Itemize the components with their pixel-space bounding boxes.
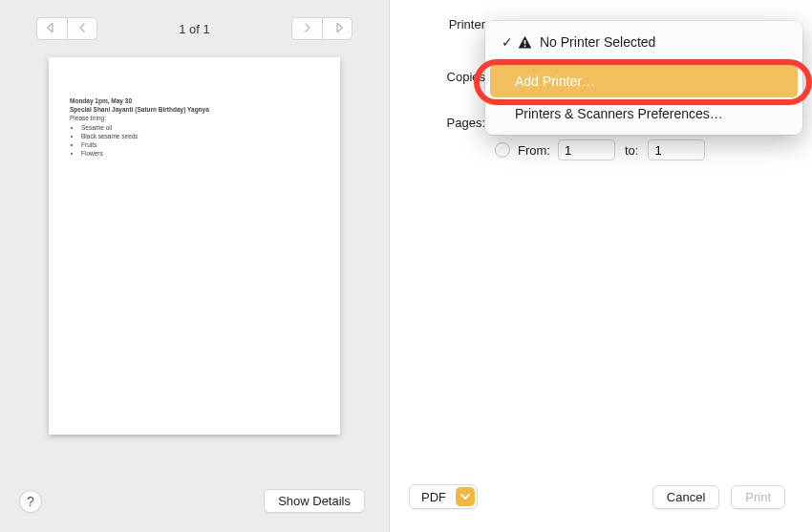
pages-from-label: From:: [518, 143, 550, 158]
pdf-dropdown-button[interactable]: PDF: [409, 484, 478, 509]
first-page-button[interactable]: [36, 17, 67, 40]
right-footer: PDF Cancel Print: [409, 484, 785, 515]
pages-label: Pages:: [409, 116, 485, 130]
doc-line-1: Monday 1pm, May 30: [70, 97, 319, 106]
add-printer-option[interactable]: Add Printer…: [490, 65, 798, 97]
svg-rect-1: [524, 45, 525, 47]
prev-page-button[interactable]: [67, 17, 97, 40]
cancel-button[interactable]: Cancel: [652, 485, 719, 509]
action-buttons: Cancel Print: [652, 485, 785, 509]
left-footer: ? Show Details: [0, 479, 389, 532]
doc-bring-label: Please bring:: [70, 115, 319, 123]
chevrons-left-icon: [47, 22, 58, 35]
warning-icon: [515, 34, 534, 51]
chevron-right-icon: [304, 22, 311, 35]
printer-dropdown-menu: ✓ No Printer Selected Add Printer… Print…: [485, 21, 802, 135]
printer-label: Printer: [409, 17, 485, 32]
page-indicator: 1 of 1: [179, 22, 210, 36]
page-nav: 1 of 1: [0, 0, 389, 50]
nav-forward-group: [291, 17, 353, 40]
pages-range-row: From: to:: [409, 139, 785, 160]
preview-area: Monday 1pm, May 30 Special Shani Jayanti…: [0, 50, 389, 479]
pages-to-input[interactable]: [648, 139, 705, 160]
help-icon: ?: [27, 494, 34, 509]
svg-rect-0: [524, 39, 525, 43]
doc-line-2: Special Shani Jayanti (Saturn Birthday) …: [70, 106, 319, 115]
printers-prefs-label: Printers & Scanners Preferences…: [515, 106, 723, 121]
printer-option-none[interactable]: ✓ No Printer Selected: [490, 26, 798, 58]
chevrons-right-icon: [331, 22, 343, 35]
doc-list-item: Sesame oil: [81, 124, 319, 133]
pdf-label: PDF: [410, 486, 454, 508]
doc-list-item: Flowers: [81, 150, 319, 159]
copies-label: Copies: [409, 70, 485, 84]
show-details-button[interactable]: Show Details: [264, 489, 365, 513]
check-icon: ✓: [500, 34, 515, 50]
menu-separator: [496, 61, 792, 62]
chevron-left-icon: [78, 22, 86, 35]
doc-list-item: Black sesame seeds: [81, 133, 319, 141]
pages-to-label: to:: [625, 143, 638, 158]
printer-option-none-label: No Printer Selected: [540, 34, 655, 50]
document-preview: Monday 1pm, May 30 Special Shani Jayanti…: [49, 57, 340, 435]
add-printer-label: Add Printer…: [515, 74, 595, 89]
chevron-down-icon: [456, 487, 475, 506]
nav-back-group: [36, 17, 97, 40]
last-page-button[interactable]: [322, 17, 353, 40]
doc-bring-list: Sesame oil Black sesame seeds Fruits Flo…: [70, 124, 319, 158]
help-button[interactable]: ?: [19, 490, 42, 513]
pages-from-input[interactable]: [558, 139, 615, 160]
pages-range-radio[interactable]: [495, 142, 510, 158]
preview-panel: 1 of 1 Monday 1pm, May 30 Special Shani …: [0, 0, 390, 532]
next-page-button[interactable]: [291, 17, 322, 40]
doc-list-item: Fruits: [81, 141, 319, 150]
printers-prefs-option[interactable]: Printers & Scanners Preferences…: [490, 97, 798, 130]
print-button[interactable]: Print: [731, 485, 785, 509]
